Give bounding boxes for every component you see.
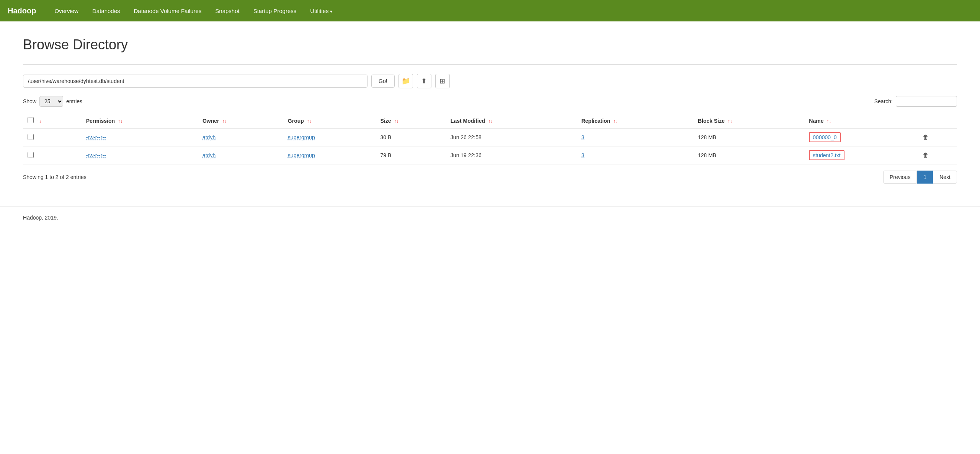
th-size-label: Size bbox=[381, 118, 391, 124]
table-header: ↑↓ Permission ↑↓ Owner ↑↓ Group ↑↓ Size … bbox=[23, 113, 957, 129]
row1-group-link[interactable]: supergroup bbox=[288, 134, 315, 140]
row1-name: 000000_0 bbox=[804, 129, 918, 146]
row1-block-size: 128 MB bbox=[693, 129, 804, 146]
sort-icon-last-modified: ↑↓ bbox=[488, 119, 493, 124]
row1-permission-link[interactable]: -rw-r--r-- bbox=[86, 134, 106, 140]
th-last-modified[interactable]: Last Modified ↑↓ bbox=[446, 113, 577, 129]
th-name[interactable]: Name ↑↓ bbox=[804, 113, 918, 129]
nav-link-overview[interactable]: Overview bbox=[47, 1, 85, 21]
th-size[interactable]: Size ↑↓ bbox=[376, 113, 446, 129]
divider-1 bbox=[23, 64, 957, 65]
th-last-modified-label: Last Modified bbox=[451, 118, 485, 124]
page-footer: Hadoop, 2019. bbox=[0, 207, 980, 228]
page-title: Browse Directory bbox=[23, 37, 957, 53]
path-input[interactable] bbox=[23, 75, 368, 88]
row2-size: 79 B bbox=[376, 146, 446, 164]
nav-item-snapshot[interactable]: Snapshot bbox=[208, 1, 246, 21]
nav-link-datanode-volume-failures[interactable]: Datanode Volume Failures bbox=[127, 1, 209, 21]
show-entries-left: Show 25 10 50 100 entries bbox=[23, 96, 82, 107]
row1-permission: -rw-r--r-- bbox=[82, 129, 198, 146]
go-button[interactable]: Go! bbox=[371, 75, 395, 88]
th-permission-label: Permission bbox=[86, 118, 115, 124]
upload-icon: ⬆ bbox=[421, 77, 427, 85]
row2-group-link[interactable]: supergroup bbox=[288, 152, 315, 158]
row1-size: 30 B bbox=[376, 129, 446, 146]
sort-icon-block-size: ↑↓ bbox=[728, 119, 732, 124]
row1-replication: 3 bbox=[577, 129, 693, 146]
table-row: -rw-r--r-- atdyh supergroup 79 B Jun 19 … bbox=[23, 146, 957, 164]
row2-checkbox[interactable] bbox=[28, 152, 34, 158]
th-checkbox: ↑↓ bbox=[23, 113, 82, 129]
path-bar: Go! 📁 ⬆ ⊞ bbox=[23, 74, 957, 88]
navbar-nav: Overview Datanodes Datanode Volume Failu… bbox=[47, 1, 339, 21]
row1-owner: atdyh bbox=[198, 129, 283, 146]
sort-icon-name: ↑↓ bbox=[826, 119, 831, 124]
entries-label: entries bbox=[66, 98, 82, 104]
row2-delete: 🗑 bbox=[918, 146, 957, 164]
nav-link-datanodes[interactable]: Datanodes bbox=[85, 1, 127, 21]
search-label: Search: bbox=[874, 98, 893, 104]
folder-button[interactable]: 📁 bbox=[399, 74, 413, 88]
nav-link-startup-progress[interactable]: Startup Progress bbox=[247, 1, 304, 21]
row1-group: supergroup bbox=[283, 129, 376, 146]
th-name-label: Name bbox=[809, 118, 823, 124]
row1-delete-button[interactable]: 🗑 bbox=[923, 134, 929, 141]
folder-icon: 📁 bbox=[402, 77, 410, 85]
table-body: -rw-r--r-- atdyh supergroup 30 B Jun 26 … bbox=[23, 129, 957, 164]
nav-link-utilities[interactable]: Utilities bbox=[303, 1, 339, 21]
entries-select[interactable]: 25 10 50 100 bbox=[39, 96, 63, 107]
navbar-brand[interactable]: Hadoop bbox=[8, 7, 36, 15]
nav-item-overview[interactable]: Overview bbox=[47, 1, 85, 21]
table-footer: Showing 1 to 2 of 2 entries Previous 1 N… bbox=[23, 171, 957, 184]
sort-icon-replication: ↑↓ bbox=[613, 119, 618, 124]
row2-name-link[interactable]: student2.txt bbox=[809, 150, 844, 160]
select-all-checkbox[interactable] bbox=[28, 117, 34, 123]
row1-delete: 🗑 bbox=[918, 129, 957, 146]
row2-permission-link[interactable]: -rw-r--r-- bbox=[86, 152, 106, 158]
table-icon: ⊞ bbox=[439, 77, 445, 85]
table-row: -rw-r--r-- atdyh supergroup 30 B Jun 26 … bbox=[23, 129, 957, 146]
row2-permission: -rw-r--r-- bbox=[82, 146, 198, 164]
row1-checkbox[interactable] bbox=[28, 134, 34, 140]
th-replication[interactable]: Replication ↑↓ bbox=[577, 113, 693, 129]
row2-replication-link[interactable]: 3 bbox=[581, 152, 585, 158]
nav-item-utilities[interactable]: Utilities bbox=[303, 1, 339, 21]
th-owner-label: Owner bbox=[203, 118, 219, 124]
row1-name-link[interactable]: 000000_0 bbox=[809, 132, 840, 142]
th-block-size[interactable]: Block Size ↑↓ bbox=[693, 113, 804, 129]
row1-replication-link[interactable]: 3 bbox=[581, 134, 585, 140]
row1-owner-link[interactable]: atdyh bbox=[203, 134, 216, 140]
sort-icon-checkbox: ↑↓ bbox=[37, 119, 41, 124]
next-button[interactable]: Next bbox=[933, 171, 957, 184]
row2-name: student2.txt bbox=[804, 146, 918, 164]
page-1-button[interactable]: 1 bbox=[917, 171, 933, 184]
previous-button[interactable]: Previous bbox=[883, 171, 917, 184]
nav-item-datanode-volume-failures[interactable]: Datanode Volume Failures bbox=[127, 1, 209, 21]
th-owner[interactable]: Owner ↑↓ bbox=[198, 113, 283, 129]
main-content: Browse Directory Go! 📁 ⬆ ⊞ Show 25 10 50… bbox=[0, 21, 980, 207]
row2-checkbox-cell bbox=[23, 146, 82, 164]
th-block-size-label: Block Size bbox=[698, 118, 725, 124]
th-group[interactable]: Group ↑↓ bbox=[283, 113, 376, 129]
th-group-label: Group bbox=[288, 118, 304, 124]
row2-group: supergroup bbox=[283, 146, 376, 164]
row2-replication: 3 bbox=[577, 146, 693, 164]
sort-icon-permission: ↑↓ bbox=[118, 119, 122, 124]
upload-button[interactable]: ⬆ bbox=[417, 74, 431, 88]
search-input[interactable] bbox=[896, 96, 957, 107]
search-bar: Search: bbox=[874, 96, 957, 107]
table-view-button[interactable]: ⊞ bbox=[435, 74, 450, 88]
directory-table: ↑↓ Permission ↑↓ Owner ↑↓ Group ↑↓ Size … bbox=[23, 113, 957, 164]
th-permission[interactable]: Permission ↑↓ bbox=[82, 113, 198, 129]
nav-item-startup-progress[interactable]: Startup Progress bbox=[247, 1, 304, 21]
sort-icon-group: ↑↓ bbox=[307, 119, 312, 124]
navbar: Hadoop Overview Datanodes Datanode Volum… bbox=[0, 0, 980, 21]
nav-link-snapshot[interactable]: Snapshot bbox=[208, 1, 246, 21]
pagination: Previous 1 Next bbox=[883, 171, 957, 184]
row2-owner-link[interactable]: atdyh bbox=[203, 152, 216, 158]
row2-owner: atdyh bbox=[198, 146, 283, 164]
sort-icon-size: ↑↓ bbox=[394, 119, 399, 124]
showing-text: Showing 1 to 2 of 2 entries bbox=[23, 174, 87, 180]
nav-item-datanodes[interactable]: Datanodes bbox=[85, 1, 127, 21]
row2-delete-button[interactable]: 🗑 bbox=[923, 152, 929, 159]
